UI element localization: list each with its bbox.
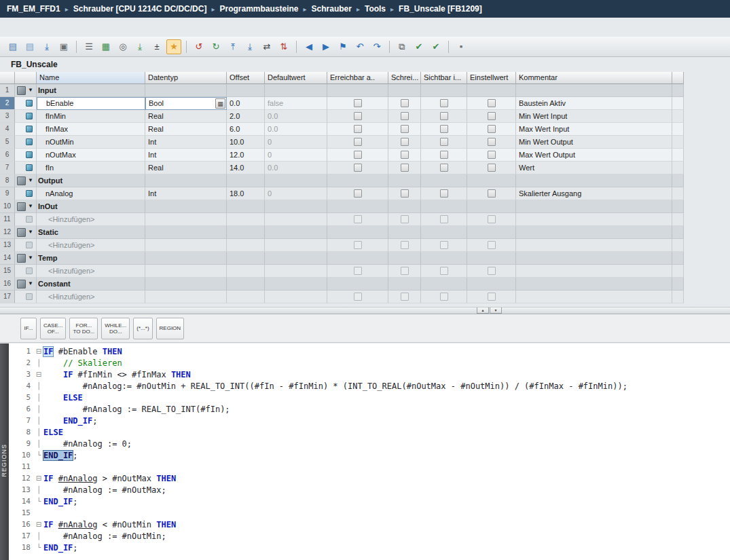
checkbox-sichtbar[interactable] — [440, 151, 448, 159]
default-value-cell[interactable] — [265, 226, 327, 239]
code-line[interactable]: 3⊟ IF #fInMin <> #fInMax THEN — [9, 369, 730, 380]
name-cell[interactable]: Temp — [37, 252, 145, 265]
expander-icon[interactable]: ▼ — [28, 174, 33, 187]
checkbox-sichtbar[interactable] — [440, 164, 448, 172]
name-cell[interactable]: nOutMax — [37, 149, 145, 162]
checkbox-schreibbar[interactable] — [401, 99, 409, 107]
upload-values-icon[interactable]: ⤒ — [225, 39, 240, 54]
default-value-cell[interactable] — [265, 291, 327, 303]
code-line[interactable]: 6│ #nAnalog := REAL_TO_INT(#fIn); — [9, 403, 730, 415]
checkbox-erreichbar[interactable] — [354, 138, 362, 146]
comment-cell[interactable] — [516, 278, 672, 291]
datatype-cell[interactable]: Real — [145, 123, 227, 136]
snippet-button[interactable]: (*...*) — [133, 318, 152, 339]
import-data-icon[interactable]: ⤓ — [39, 39, 54, 54]
insert-row-icon[interactable]: ▤ — [5, 39, 20, 54]
default-value-cell[interactable] — [265, 174, 327, 187]
checkbox-sichtbar[interactable] — [440, 241, 448, 249]
code-line[interactable]: 9│ #nAnalog := 0; — [9, 438, 730, 449]
fold-toggle-icon[interactable]: ⊟ — [34, 348, 43, 355]
name-cell[interactable]: Constant — [37, 278, 145, 291]
code-line[interactable]: 17│ #nAnalog := #nOutMin; — [9, 530, 730, 542]
datatype-cell[interactable]: Int — [145, 149, 227, 162]
consistency-check-icon[interactable]: ✔ — [412, 39, 426, 54]
download-values-icon[interactable]: ⤓ — [242, 39, 257, 54]
row-number[interactable]: 11 — [0, 213, 15, 226]
snippet-button[interactable]: CASE... OF... — [40, 318, 66, 339]
name-cell[interactable]: <Hinzufügen> — [37, 265, 145, 278]
comment-cell[interactable]: Baustein Aktiv — [516, 97, 672, 110]
checkbox-sichtbar[interactable] — [440, 267, 448, 275]
checkbox-einstellwert[interactable] — [488, 112, 496, 120]
name-cell[interactable]: fInMin — [37, 110, 145, 123]
checkbox-schreibbar[interactable] — [401, 241, 409, 249]
snippet-button[interactable]: FOR... TO DO... — [69, 318, 98, 339]
regions-tab[interactable]: REGIONS — [1, 444, 7, 477]
name-cell[interactable]: Static — [37, 226, 145, 239]
bookmark-icon[interactable]: ⚑ — [335, 39, 350, 54]
comment-cell[interactable]: Wert — [516, 162, 672, 174]
code-line[interactable]: 10└END_IF; — [9, 449, 730, 461]
indent-icon[interactable]: ▶ — [318, 39, 333, 54]
breadcrumb-item[interactable]: Schrauber [CPU 1214C DC/DC/DC] — [73, 4, 207, 14]
checkbox-schreibbar[interactable] — [401, 138, 409, 146]
checkbox-einstellwert[interactable] — [488, 189, 496, 198]
checkbox-erreichbar[interactable] — [354, 189, 362, 198]
name-cell[interactable]: bEnable — [37, 97, 145, 110]
checkbox-erreichbar[interactable] — [354, 112, 362, 120]
fold-toggle-icon[interactable]: ⊟ — [34, 371, 43, 378]
breadcrumb-item[interactable]: Tools — [365, 4, 386, 14]
name-cell[interactable]: <Hinzufügen> — [37, 291, 145, 303]
snippet-button[interactable]: REGION — [156, 318, 185, 339]
code-line[interactable]: 5│ ELSE — [9, 392, 730, 403]
default-value-cell[interactable] — [265, 252, 327, 265]
undo-icon[interactable]: ↶ — [352, 39, 367, 54]
checkbox-schreibbar[interactable] — [401, 112, 409, 120]
name-cell[interactable]: fInMax — [37, 123, 145, 136]
default-value-cell[interactable] — [265, 265, 327, 278]
checkbox-einstellwert[interactable] — [488, 151, 496, 159]
default-value-cell[interactable]: 0.0 — [265, 110, 327, 123]
code-line[interactable]: 2│ // Skalieren — [9, 357, 730, 369]
comment-cell[interactable] — [516, 265, 672, 278]
splitter-collapse-down-button[interactable]: ▼ — [490, 307, 502, 314]
comment-cell[interactable] — [516, 84, 672, 97]
row-number[interactable]: 5 — [0, 136, 15, 149]
breadcrumb-item[interactable]: Schrauber — [312, 4, 352, 14]
name-cell[interactable]: <Hinzufügen> — [37, 213, 145, 226]
datatype-browse-button[interactable]: ▦ — [215, 98, 225, 109]
code-line[interactable]: 16⊟IF #nAnalog < #nOutMin THEN — [9, 519, 730, 530]
code-line[interactable]: 8│ELSE — [9, 426, 730, 438]
code-line[interactable]: 18└END_IF; — [9, 542, 730, 553]
checkbox-erreichbar[interactable] — [354, 164, 362, 172]
snapshot-icon[interactable]: ◎ — [115, 39, 130, 54]
default-value-cell[interactable]: 0.0 — [265, 162, 327, 174]
default-value-cell[interactable]: 0 — [265, 187, 327, 200]
datatype-cell[interactable] — [145, 226, 227, 239]
row-number[interactable]: 7 — [0, 162, 15, 174]
comment-cell[interactable]: Min Wert Input — [516, 110, 672, 123]
add-row-icon[interactable]: ▤ — [22, 39, 37, 54]
name-cell[interactable]: Output — [37, 174, 145, 187]
checkbox-einstellwert[interactable] — [488, 125, 496, 133]
code-line[interactable]: 14└END_IF; — [9, 496, 730, 507]
checkbox-erreichbar[interactable] — [354, 215, 362, 223]
checkbox-sichtbar[interactable] — [440, 215, 448, 223]
expander-icon[interactable]: ▼ — [28, 226, 33, 238]
datatype-cell[interactable] — [145, 174, 227, 187]
apply-values-icon[interactable]: ↻ — [208, 39, 223, 54]
checkbox-schreibbar[interactable] — [401, 267, 409, 275]
checkbox-schreibbar[interactable] — [401, 293, 409, 301]
reset-values-icon[interactable]: ↺ — [191, 39, 206, 54]
keep-actual-values-icon[interactable]: ▣ — [56, 39, 71, 54]
row-number[interactable]: 12 — [0, 226, 15, 239]
row-number[interactable]: 8 — [0, 174, 15, 187]
link-icon[interactable]: ⧉ — [395, 39, 409, 54]
comment-cell[interactable] — [516, 174, 672, 187]
name-cell[interactable]: nAnalog — [37, 187, 145, 200]
breadcrumb-item[interactable]: FM_EM_FFD1 — [7, 4, 60, 14]
row-number[interactable]: 16 — [0, 278, 15, 291]
outdent-icon[interactable]: ◀ — [302, 39, 316, 54]
datatype-cell[interactable]: Real — [145, 110, 227, 123]
fold-toggle-icon[interactable]: ⊟ — [34, 474, 43, 482]
